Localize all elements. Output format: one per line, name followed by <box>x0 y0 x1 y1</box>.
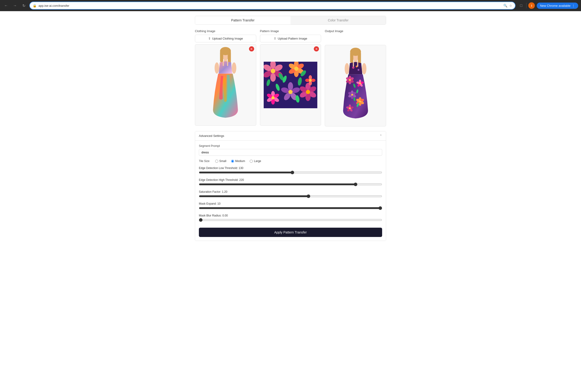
svg-point-25 <box>288 82 293 91</box>
mask-blur-slider-group: Mask Blur Radius: 0.00 <box>199 214 382 222</box>
bookmark-icon: ☆ <box>509 4 512 7</box>
svg-point-84 <box>351 94 353 96</box>
svg-point-44 <box>306 90 310 94</box>
mask-expand-slider-group: Mask Expand: 10 <box>199 202 382 211</box>
upload-icon: ⇧ <box>208 37 211 40</box>
page-content: Pattern Transfer Color Transfer Clothing… <box>0 11 581 392</box>
main-columns: Clothing Image ⇧ Upload Clothing Image ✕ <box>195 29 386 126</box>
edge-high-label: Edge Detection High Threshold: 220 <box>199 178 382 182</box>
profile-button[interactable]: I <box>528 2 535 9</box>
browser-chrome: ← → ↻ 🔒 🔍 ☆ □ I New Chrome available ⋮ <box>0 0 581 11</box>
svg-point-14 <box>270 73 276 82</box>
mask-expand-label: Mask Expand: 10 <box>199 202 382 205</box>
svg-rect-103 <box>357 62 358 67</box>
svg-point-7 <box>215 62 219 74</box>
edge-low-slider-group: Edge Detection Low Threshold: 130 <box>199 167 382 175</box>
tile-size-medium[interactable]: Medium <box>231 160 245 163</box>
upload-icon-2: ⇧ <box>274 37 276 40</box>
svg-point-30 <box>288 90 292 94</box>
tile-size-small[interactable]: Small <box>215 160 226 163</box>
clothing-close-button[interactable]: ✕ <box>249 46 254 51</box>
output-image-box <box>325 45 386 126</box>
edge-low-label: Edge Detection Low Threshold: 130 <box>199 167 382 170</box>
upload-pattern-button[interactable]: ⇧ Upload Pattern Image <box>260 35 321 42</box>
output-label: Output Image <box>325 29 386 33</box>
divider <box>526 3 526 8</box>
new-chrome-button[interactable]: New Chrome available ⋮ <box>537 2 578 9</box>
svg-rect-59 <box>350 52 353 63</box>
apply-pattern-transfer-button[interactable]: Apply Pattern Transfer <box>199 228 382 237</box>
chevron-up-icon: ⌃ <box>380 134 382 138</box>
pattern-label: Pattern Image <box>260 29 321 33</box>
advanced-settings-header[interactable]: Advanced Settings ⌃ <box>195 131 386 141</box>
svg-point-24 <box>294 67 298 71</box>
tile-size-large[interactable]: Large <box>250 160 261 163</box>
svg-rect-102 <box>353 62 354 67</box>
svg-rect-6 <box>227 61 228 66</box>
tab-pattern-transfer[interactable]: Pattern Transfer <box>195 16 290 24</box>
edge-low-slider[interactable] <box>199 171 382 174</box>
mask-blur-slider[interactable] <box>199 218 382 222</box>
pattern-image-box: ✕ <box>260 44 321 126</box>
svg-point-104 <box>344 63 349 74</box>
back-button[interactable]: ← <box>3 2 9 9</box>
search-icon: 🔍 <box>503 4 507 7</box>
edge-high-slider[interactable] <box>199 183 382 186</box>
address-bar: 🔒 🔍 ☆ <box>30 2 516 9</box>
svg-rect-2 <box>220 51 223 62</box>
svg-point-77 <box>359 82 361 84</box>
edge-high-slider-group: Edge Detection High Threshold: 220 <box>199 178 382 187</box>
advanced-settings-title: Advanced Settings <box>199 134 224 138</box>
more-icon: ⋮ <box>572 4 575 7</box>
browser-actions: □ I New Chrome available ⋮ <box>518 2 578 9</box>
reload-button[interactable]: ↻ <box>20 2 27 9</box>
pattern-close-button[interactable]: ✕ <box>314 46 319 51</box>
tile-size-row: Tile Size Small Medium Large <box>199 160 382 163</box>
svg-point-71 <box>349 79 351 81</box>
svg-point-62 <box>352 67 354 69</box>
clothing-label: Clothing Image <box>195 29 256 33</box>
forward-button[interactable]: → <box>12 2 18 9</box>
tab-color-transfer[interactable]: Color Transfer <box>290 16 386 24</box>
svg-rect-60 <box>358 52 361 64</box>
svg-point-97 <box>349 107 351 109</box>
segment-prompt-label: Segment Prompt <box>199 144 382 148</box>
url-input[interactable] <box>38 4 502 7</box>
pattern-floral-image <box>264 62 317 108</box>
extensions-button[interactable]: □ <box>518 2 524 9</box>
svg-point-105 <box>362 63 366 74</box>
svg-point-91 <box>359 101 361 102</box>
clothing-column: Clothing Image ⇧ Upload Clothing Image ✕ <box>195 29 256 126</box>
lock-icon: 🔒 <box>33 4 36 7</box>
tab-bar: Pattern Transfer Color Transfer <box>195 16 386 25</box>
segment-prompt-input[interactable] <box>199 149 382 156</box>
saturation-slider[interactable] <box>199 194 382 198</box>
svg-point-64 <box>358 69 359 71</box>
svg-rect-3 <box>228 51 231 63</box>
saturation-label: Saturation Factor: 1.20 <box>199 190 382 194</box>
clothing-image-box: ✕ <box>195 44 256 126</box>
svg-point-56 <box>309 79 312 82</box>
saturation-slider-group: Saturation Factor: 1.20 <box>199 190 382 199</box>
pattern-column: Pattern Image ⇧ Upload Pattern Image ✕ <box>260 29 321 126</box>
mask-expand-slider[interactable] <box>199 206 382 210</box>
mask-blur-label: Mask Blur Radius: 0.00 <box>199 214 382 217</box>
clothing-dress-image <box>207 46 244 123</box>
output-dress-image <box>337 47 374 124</box>
upload-clothing-button[interactable]: ⇧ Upload Clothing Image <box>195 35 256 42</box>
tile-size-label: Tile Size <box>199 160 210 163</box>
advanced-settings-panel: Advanced Settings ⌃ Segment Prompt Tile … <box>195 131 386 241</box>
output-column: Output Image <box>325 29 386 126</box>
advanced-settings-body: Segment Prompt Tile Size Small Medium La… <box>195 141 386 241</box>
svg-point-37 <box>272 96 275 99</box>
svg-point-17 <box>271 69 275 73</box>
svg-rect-5 <box>223 61 224 66</box>
svg-point-8 <box>232 62 236 74</box>
segment-prompt-group: Segment Prompt <box>199 144 382 156</box>
